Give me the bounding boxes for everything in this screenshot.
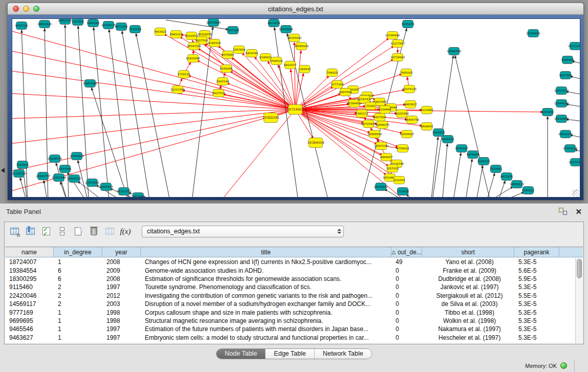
close-panel-icon[interactable]: ✕ <box>575 208 582 215</box>
graph-node[interactable]: 252254 <box>394 177 405 184</box>
show-hide-columns-button[interactable]: ✓✓ <box>40 226 52 237</box>
network-graph[interactable]: 1872400718300295193845548960123891295318… <box>12 19 580 198</box>
table-row[interactable]: 1938455462009Genome-wide association stu… <box>5 266 575 274</box>
table-selector-dropdown[interactable]: citations_edges.txt <box>142 226 344 237</box>
graph-node[interactable]: 1362615 <box>298 65 311 73</box>
graph-node[interactable]: 8471676 <box>500 173 513 181</box>
table-row[interactable]: 1830029562008Estimation of significance … <box>5 275 575 283</box>
graph-node[interactable]: 7485063 <box>400 69 413 77</box>
graph-node[interactable]: 11548081 <box>526 30 540 37</box>
graph-node[interactable]: 7857224 <box>227 27 239 34</box>
graph-node[interactable]: 9227343 <box>559 72 572 79</box>
scrollbar-thumb[interactable] <box>577 259 582 278</box>
graph-node[interactable]: 2718120 <box>178 71 190 78</box>
table-row[interactable]: 911546021997Tourette syndrome. Phenomeno… <box>5 283 575 291</box>
graph-node[interactable]: 22420046 <box>186 55 200 62</box>
tab-network-table[interactable]: Network Table <box>315 349 372 359</box>
graph-node[interactable]: 12942757 <box>36 172 50 180</box>
graph-node[interactable]: 9884067 <box>380 154 393 161</box>
graph-node[interactable]: 15751074 <box>568 42 580 50</box>
float-panel-icon[interactable] <box>559 208 567 215</box>
graph-node[interactable]: 17957253 <box>85 179 99 187</box>
graph-node[interactable]: 16640910 <box>294 42 309 50</box>
graph-node[interactable]: 16782753 <box>117 188 131 195</box>
graph-node[interactable]: 18300295 <box>262 113 279 123</box>
row-options-button[interactable] <box>56 226 68 237</box>
graph-node[interactable]: 8813054 <box>268 19 280 27</box>
graph-node[interactable]: 1815182 <box>386 165 399 172</box>
delete-button[interactable] <box>88 226 99 237</box>
table-row[interactable]: 1872400712008Changes of HCN gene express… <box>5 258 575 266</box>
graph-node[interactable]: 1588520 <box>270 57 283 65</box>
graph-node[interactable]: 8938923 <box>442 136 454 143</box>
column-header-out-de-[interactable]: △out_de... <box>391 247 422 257</box>
network-canvas[interactable]: 1872400718300295193845548960123891295318… <box>12 18 580 198</box>
graph-node[interactable]: 9957584 <box>374 114 386 121</box>
graph-node[interactable]: 10688609 <box>367 130 382 138</box>
graph-node[interactable]: 9154469 <box>379 106 391 114</box>
graph-node[interactable]: 18907249 <box>374 142 388 150</box>
resize-grip[interactable] <box>572 189 579 196</box>
tab-edge-table[interactable]: Edge Table <box>266 349 314 359</box>
graph-node[interactable]: 32160 <box>365 102 376 110</box>
graph-node[interactable]: 8822037 <box>284 61 297 69</box>
graph-node[interactable]: 11451944 <box>52 174 66 182</box>
table-row[interactable]: 2242004622012Investigating the contribut… <box>5 292 575 300</box>
memory-status-icon[interactable] <box>560 362 567 369</box>
graph-node[interactable]: 10996975 <box>375 121 389 129</box>
new-file-button[interactable] <box>72 226 83 237</box>
table-row[interactable]: 969969511998Structural magnetic resonanc… <box>5 317 575 325</box>
graph-node[interactable]: 17359924 <box>70 152 84 160</box>
graph-node[interactable]: 10654123 <box>510 181 524 188</box>
graph-node[interactable]: 12923449 <box>131 193 145 198</box>
graph-node[interactable]: 7663822 <box>154 28 167 36</box>
graph-node[interactable]: 7632621 <box>490 165 503 173</box>
tab-node-table[interactable]: Node Table <box>216 349 266 359</box>
select-column-button[interactable] <box>25 226 36 237</box>
graph-node[interactable]: 13654923 <box>400 130 414 138</box>
delete-table-button[interactable] <box>104 226 115 237</box>
graph-node[interactable]: 19218906 <box>279 26 293 33</box>
column-header-in-degree[interactable]: in_degree <box>54 247 102 257</box>
graph-node[interactable]: 16495758 <box>405 116 419 124</box>
graph-node[interactable]: 9245012 <box>522 187 535 194</box>
graph-node[interactable]: 20206576 <box>48 155 62 163</box>
graph-node[interactable]: 9355724 <box>15 22 28 30</box>
graph-node[interactable]: 1327602 <box>72 19 84 26</box>
graph-node[interactable]: 16648784 <box>447 48 461 55</box>
graph-node[interactable]: 20691406 <box>37 20 52 28</box>
graph-node[interactable]: 11675308 <box>569 159 580 166</box>
graph-node[interactable]: 15692971 <box>558 130 573 138</box>
graph-node[interactable]: 10719135 <box>101 21 116 29</box>
graph-node[interactable]: 9777169 <box>331 81 344 89</box>
graph-node[interactable]: 7515526 <box>129 26 142 33</box>
function-builder-button[interactable]: f(x) <box>120 226 131 237</box>
column-header-pagerank[interactable]: pagerank <box>514 247 559 257</box>
graph-node[interactable]: 12213389 <box>170 86 185 94</box>
window-titlebar[interactable]: citations_edges.txt <box>8 3 583 15</box>
graph-node[interactable]: 10653267 <box>58 19 72 25</box>
graph-node[interactable]: 9329966 <box>561 56 574 64</box>
graph-node[interactable]: 4671358 <box>115 23 128 31</box>
graph-node[interactable]: 8454749 <box>246 50 258 57</box>
table-row[interactable]: 977716911998Corpus callosum shape and si… <box>5 308 575 316</box>
graph-node[interactable]: 6466140 <box>87 19 100 27</box>
graph-node[interactable]: 2367608 <box>233 46 246 54</box>
graph-node[interactable]: 16210643 <box>554 115 569 123</box>
graph-node[interactable]: 2935114 <box>477 158 490 165</box>
column-header-short[interactable]: short <box>422 247 514 257</box>
graph-node[interactable]: 2803144 <box>216 78 229 85</box>
graph-node[interactable]: 19384554 <box>307 138 324 148</box>
graph-node[interactable]: 9675685 <box>222 51 234 59</box>
graph-node[interactable]: 19734983 <box>390 54 405 61</box>
graph-node[interactable]: 1915061 <box>16 161 29 169</box>
graph-node[interactable]: 12093872 <box>554 87 569 95</box>
graph-node[interactable]: 12444154 <box>554 100 569 107</box>
graph-node[interactable]: 12217897 <box>390 40 405 48</box>
graph-node[interactable]: 9474444 <box>467 151 480 159</box>
column-header-name[interactable]: name <box>5 247 54 257</box>
graph-node[interactable]: 9463627 <box>404 101 417 108</box>
graph-node[interactable]: 11156829 <box>12 170 26 178</box>
graph-node[interactable]: 20053346 <box>83 80 97 87</box>
vertical-scrollbar[interactable] <box>575 258 583 343</box>
